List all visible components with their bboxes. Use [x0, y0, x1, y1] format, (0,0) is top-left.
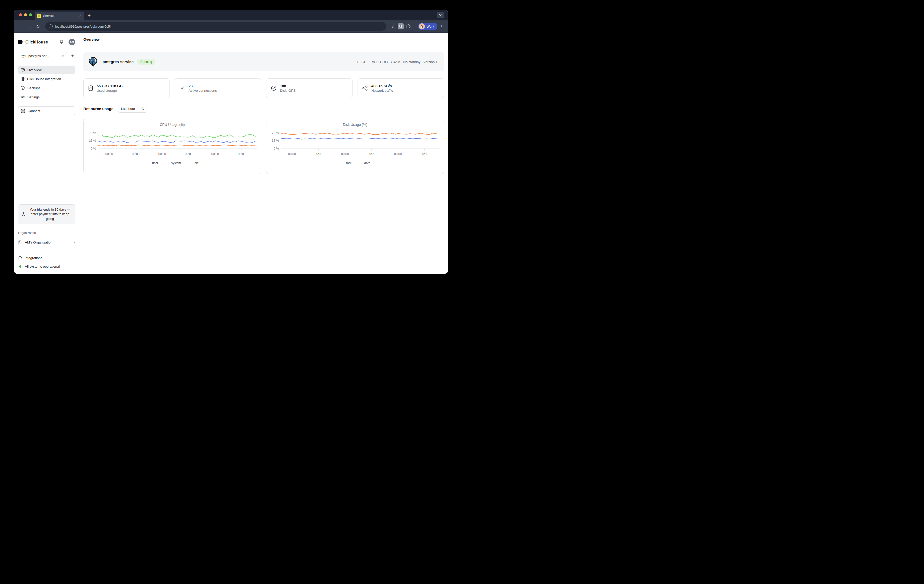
- sidebar-spacer: [18, 115, 75, 204]
- series-line-idle: [99, 134, 255, 137]
- legend-item-idle[interactable]: idle: [188, 161, 199, 165]
- x-axis-tick-label: 00:00: [238, 152, 246, 156]
- notifications-bell-icon[interactable]: [59, 40, 64, 44]
- stat-card-storage: 55 GB / 118 GB Used storage: [83, 78, 170, 98]
- x-axis-tick-label: 00:00: [185, 152, 193, 156]
- chart-plot: 70 %35 %0 %00:0000:0000:0000:0000:0000:0…: [266, 129, 444, 157]
- service-selector-row: aws postgres-ser... +: [18, 52, 75, 60]
- main-area: Overview postgres-service Running: [79, 33, 448, 274]
- clickhouse-favicon: [37, 14, 41, 18]
- tab-title: Services: [43, 14, 77, 18]
- bookmark-star-icon[interactable]: ☆: [390, 23, 397, 30]
- sidebar-item-label: Overview: [27, 68, 41, 72]
- maximize-window-button[interactable]: [29, 13, 32, 17]
- address-bar[interactable]: i localhost:8910/postgres/pgkybgnv0s5ii: [45, 22, 386, 31]
- connect-icon: [21, 109, 25, 113]
- x-axis-tick-label: 00:00: [288, 152, 296, 156]
- status-dot-icon: [19, 265, 21, 268]
- series-line-root: [282, 138, 438, 139]
- integrations-row[interactable]: Integrations: [18, 253, 75, 262]
- legend-item-user[interactable]: user: [146, 161, 158, 165]
- gauge-icon: [271, 86, 276, 91]
- tab-search-button[interactable]: [437, 12, 444, 18]
- select-updown-icon: [142, 107, 144, 111]
- settings-sliders-icon: [21, 95, 25, 99]
- site-info-icon[interactable]: i: [49, 24, 53, 28]
- database-icon: [88, 86, 93, 91]
- legend-item-root[interactable]: root: [340, 161, 351, 165]
- charts-row: CPU Usage (%) 70 %35 %0 %00:0000:0000:00…: [83, 119, 444, 174]
- main-body: postgres-service Running 118 GB · 2 vCPU…: [79, 46, 448, 180]
- legend-label: data: [364, 161, 370, 165]
- connect-label: Connect: [28, 109, 40, 113]
- x-axis-tick-label: 00:00: [368, 152, 375, 156]
- service-banner: postgres-service Running 118 GB · 2 vCPU…: [83, 52, 444, 71]
- backups-history-icon: [21, 86, 25, 90]
- browser-toolbar: ← → ↻ i localhost:8910/postgres/pgkybgnv…: [14, 20, 448, 33]
- user-avatar[interactable]: AM: [69, 39, 75, 45]
- chevron-down-icon: [439, 14, 442, 16]
- sidebar-item-clickhouse-integration[interactable]: ClickHouse integration: [18, 74, 75, 83]
- network-icon: [362, 86, 368, 91]
- overview-icon: [21, 68, 25, 72]
- series-line-system: [99, 145, 255, 146]
- sidebar-item-settings[interactable]: Settings: [18, 93, 75, 101]
- extensions-puzzle-icon[interactable]: [405, 23, 412, 30]
- selected-service-name: postgres-ser...: [28, 54, 60, 58]
- time-range-value: Last hour: [121, 107, 135, 111]
- chart-plot: 70 %35 %0 %00:0000:0000:0000:0000:0000:0…: [84, 129, 261, 157]
- brand-row: ClickHouse AM: [18, 39, 75, 45]
- stat-label: Used storage: [97, 89, 122, 93]
- stat-value: 23: [188, 84, 217, 88]
- forward-button[interactable]: →: [26, 23, 33, 30]
- sidebar-item-overview[interactable]: Overview: [18, 66, 75, 74]
- service-name: postgres-service: [102, 60, 134, 64]
- legend-item-system[interactable]: system: [165, 161, 181, 165]
- sidebar-item-label: Backups: [27, 86, 40, 90]
- tab-close-icon[interactable]: ✕: [79, 14, 82, 18]
- organization-row[interactable]: AM's Organization ›: [18, 238, 75, 247]
- connect-button[interactable]: Connect: [18, 106, 75, 115]
- new-tab-button[interactable]: +: [88, 13, 91, 18]
- reload-button[interactable]: ↻: [34, 23, 42, 30]
- profile-avatar: 🐧: [419, 23, 425, 30]
- stat-card-network: 408.15 KB/s Network traffic: [358, 78, 444, 98]
- y-axis-tick-label: 70 %: [89, 131, 96, 135]
- system-status-row[interactable]: All systems operational: [18, 262, 75, 271]
- x-axis-tick-label: 00:00: [158, 152, 166, 156]
- legend-label: idle: [194, 161, 199, 165]
- legend-mark-icon: [358, 163, 363, 163]
- stat-label: Network traffic: [371, 89, 393, 93]
- close-window-button[interactable]: [19, 13, 22, 17]
- back-button[interactable]: ←: [17, 23, 25, 30]
- window-controls: [19, 13, 32, 17]
- stat-value: 408.15 KB/s: [371, 84, 393, 88]
- postgresql-logo-icon: [88, 56, 99, 67]
- x-axis-tick-label: 00:00: [106, 152, 113, 156]
- main-header: Overview: [79, 33, 448, 46]
- browser-tab-services[interactable]: Services ✕: [35, 12, 84, 20]
- x-axis-tick-label: 00:00: [421, 152, 428, 156]
- browser-menu-icon[interactable]: ⋮: [438, 24, 445, 29]
- x-axis-tick-label: 00:00: [315, 152, 322, 156]
- chart-legend: usersystemidle: [84, 161, 261, 165]
- service-selector[interactable]: aws postgres-ser...: [18, 52, 67, 60]
- trial-notice-text: Your trial ends in 30 days — enter payme…: [28, 207, 72, 221]
- minimize-window-button[interactable]: [24, 13, 27, 17]
- trial-clock-icon: [21, 212, 26, 217]
- status-badge: Running: [137, 59, 155, 65]
- shield-extension-icon[interactable]: [398, 23, 404, 30]
- integrations-label: Integrations: [25, 256, 43, 260]
- chevron-right-icon: ›: [74, 240, 75, 245]
- browser-profile-button[interactable]: 🐧 Work: [418, 23, 437, 30]
- legend-item-data[interactable]: data: [358, 161, 370, 165]
- sidebar-item-backups[interactable]: Backups: [18, 84, 75, 92]
- stat-cards: 55 GB / 118 GB Used storage 23 Active co…: [83, 78, 444, 98]
- resource-usage-row: Resource usage Last hour: [83, 105, 444, 112]
- legend-mark-icon: [340, 163, 344, 163]
- add-service-button[interactable]: +: [70, 53, 75, 59]
- y-axis-tick-label: 0 %: [274, 147, 279, 150]
- stat-card-iops: 188 Disk IOPS: [266, 78, 353, 98]
- x-axis-tick-label: 00:00: [394, 152, 402, 156]
- time-range-select[interactable]: Last hour: [118, 105, 147, 112]
